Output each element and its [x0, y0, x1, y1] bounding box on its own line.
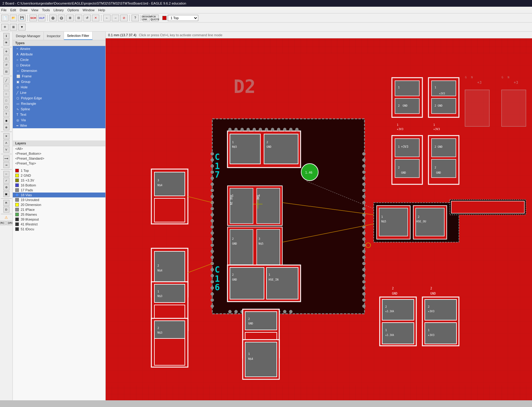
new-btn[interactable]: 📄: [1, 15, 9, 21]
rect-tool[interactable]: □: [3, 97, 9, 104]
drc-button[interactable]: DRC: [6, 221, 13, 225]
menu-draw[interactable]: Draw: [20, 8, 28, 12]
pcb-quote-btn[interactable]: PCB QUOTE: [151, 15, 159, 21]
zoom-sel-btn[interactable]: ⊟: [75, 15, 82, 21]
type-frame[interactable]: ⬜ Frame: [13, 73, 105, 79]
wire-tool[interactable]: ╱: [3, 77, 9, 83]
svg-point-57: [277, 128, 280, 131]
drc-tool[interactable]: D: [3, 207, 9, 213]
ulp-btn[interactable]: ULP: [38, 15, 45, 21]
type-hole[interactable]: ⊙ Hole: [13, 84, 105, 90]
undo-btn[interactable]: ←: [103, 15, 111, 21]
layer-41-trestrict[interactable]: 41 tRestrict: [13, 222, 105, 227]
erc-button[interactable]: ERC: [0, 221, 6, 225]
layer-selector[interactable]: 1 Top: [162, 15, 198, 21]
pcb-svg[interactable]: D2 1 +3V3 2 GND 1 +3V3: [106, 38, 532, 400]
measure-tool[interactable]: ↔: [3, 171, 9, 177]
zoom-fit-btn[interactable]: ⊞: [66, 15, 74, 21]
layer-preset-all[interactable]: <All>: [13, 146, 105, 151]
layer-25-tnames[interactable]: 25 tNames: [13, 212, 105, 217]
circle-tool[interactable]: ○: [3, 91, 9, 97]
smash-tool[interactable]: ⚙: [3, 184, 9, 190]
layer-dropdown[interactable]: 1 Top: [168, 15, 198, 21]
menu-library[interactable]: Library: [54, 8, 64, 12]
layer-16-bottom[interactable]: 16 Bottom: [13, 183, 105, 188]
tab-selection-filter[interactable]: Selection Filter: [64, 32, 93, 40]
type-wire[interactable]: ━ Wire: [13, 123, 105, 128]
menu-window[interactable]: Window: [83, 8, 94, 12]
layer-17-pads[interactable]: 17 Pads: [13, 188, 105, 193]
help-btn[interactable]: ?: [132, 15, 139, 21]
svg-text:7: 7: [215, 170, 220, 180]
copy-tool[interactable]: △: [3, 55, 9, 61]
type-line[interactable]: ╱ Line: [13, 90, 105, 95]
lt-sep5: [1, 169, 12, 170]
autoroute-tool[interactable]: ⇒: [3, 162, 9, 168]
pcb-canvas[interactable]: D2 1 +3V3 2 GND 1 +3V3: [106, 38, 532, 400]
layer-preset-standard[interactable]: <Preset_Standard>: [13, 156, 105, 161]
layer-preset-bottom[interactable]: <Preset_Bottom>: [13, 151, 105, 156]
layer-preset-top[interactable]: <Preset_Top>: [13, 161, 105, 166]
ripup-tool[interactable]: R: [3, 200, 9, 206]
layer-15[interactable]: 15 +3.3V: [13, 178, 105, 183]
type-dimension[interactable]: ↔ Dimension: [13, 68, 105, 73]
type-circle[interactable]: ○ Circle: [13, 57, 105, 62]
sch-btn[interactable]: SCH: [30, 15, 37, 21]
open-btn[interactable]: 📂: [10, 15, 17, 21]
select-all-btn[interactable]: ⊞: [10, 24, 17, 30]
check-tool[interactable]: ✓: [3, 178, 9, 184]
save-btn[interactable]: 💾: [18, 15, 26, 21]
redo-btn[interactable]: →: [112, 15, 119, 21]
type-spline[interactable]: ∿ Spline: [13, 106, 105, 112]
menu-view[interactable]: View: [31, 8, 38, 12]
menu-file[interactable]: File: [1, 8, 7, 12]
stop-btn[interactable]: ⊘: [120, 15, 128, 21]
type-attribute[interactable]: A Attribute: [13, 51, 105, 57]
type-text[interactable]: T Text: [13, 112, 105, 117]
type-airwire[interactable]: ~ Airwire: [13, 46, 105, 51]
menu-tools[interactable]: Tools: [42, 8, 50, 12]
type-device[interactable]: □ Device: [13, 62, 105, 68]
menu-options[interactable]: Options: [67, 8, 79, 12]
mirror-tool[interactable]: ⊟: [3, 69, 9, 75]
group-tool[interactable]: ▣: [3, 191, 9, 197]
layer-18-vias[interactable]: 18 Vias: [13, 193, 105, 197]
select-btn[interactable]: ✛: [1, 24, 9, 30]
tab-design-manager[interactable]: Design Manager: [13, 32, 44, 40]
zoom-out-btn[interactable]: ⊖: [58, 15, 65, 21]
layer-20-dimension[interactable]: 20 Dimension: [13, 202, 105, 207]
filter-btn[interactable]: ▼: [18, 24, 26, 30]
arc-tool[interactable]: ⌒: [3, 84, 9, 90]
layer-19-unrouted[interactable]: 19 Unrouted: [13, 197, 105, 202]
look-tool[interactable]: 👁: [3, 40, 9, 46]
ratsnest-btn[interactable]: ✕: [92, 15, 99, 21]
name-tool[interactable]: A: [3, 140, 9, 146]
menu-edit[interactable]: Edit: [10, 8, 16, 12]
pad-tool[interactable]: ◉: [3, 118, 9, 124]
type-via[interactable]: ◎ Via: [13, 117, 105, 123]
canvas-area[interactable]: 0.1 mm (13.7 37.4) Click or press Ctrl+L…: [106, 32, 532, 400]
route-tool[interactable]: ⟶: [3, 155, 9, 161]
polygon-tool[interactable]: ⬡: [3, 104, 9, 110]
layer-2-gnd[interactable]: 2 GND: [13, 173, 105, 178]
redraw-btn[interactable]: ↺: [83, 15, 91, 21]
type-group[interactable]: ▣ Group: [13, 79, 105, 84]
tab-inspector[interactable]: Inspector: [44, 32, 64, 40]
menu-help[interactable]: Help: [98, 8, 105, 12]
design-link-btn[interactable]: DESIGN LINK: [143, 15, 150, 21]
via-tool[interactable]: ⊕: [3, 124, 9, 130]
type-rectangle[interactable]: ▭ Rectangle: [13, 101, 105, 106]
delete-tool[interactable]: ✕: [3, 133, 9, 139]
text-tool[interactable]: T: [3, 111, 9, 117]
svg-text:N$5: N$5: [259, 242, 263, 245]
move-tool[interactable]: ✛: [3, 48, 9, 55]
type-polygon-edge[interactable]: ⬡ Polygon Edge: [13, 95, 105, 101]
value-tool[interactable]: V: [3, 147, 9, 153]
layer-21-tplace[interactable]: 21 tPlace: [13, 207, 105, 212]
layer-39-tkeepout[interactable]: 39 tKeepout: [13, 217, 105, 222]
zoom-in-btn[interactable]: ⊕: [49, 15, 57, 21]
rotate-tool[interactable]: ↺: [3, 62, 9, 68]
layer-1-top[interactable]: 1 Top: [13, 168, 105, 173]
layer-51-tdocu[interactable]: 51 tDocu: [13, 227, 105, 232]
info-tool[interactable]: ℹ: [3, 33, 9, 39]
